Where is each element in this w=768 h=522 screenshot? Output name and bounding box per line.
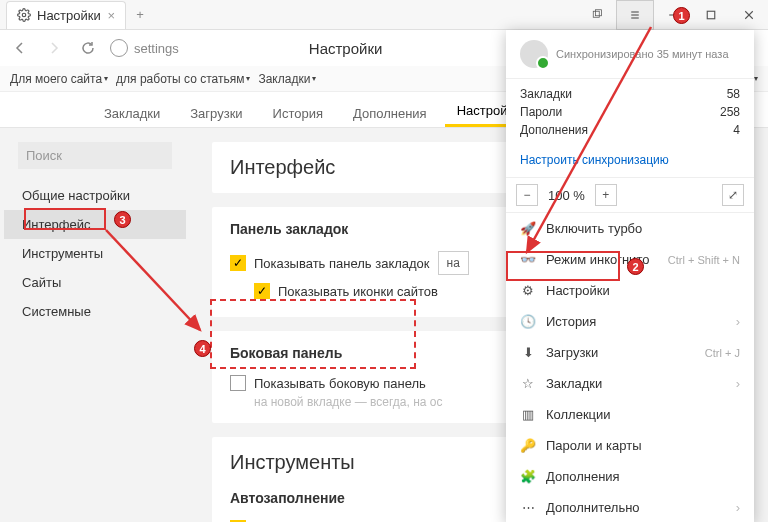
zoom-in-button[interactable]: + [595, 184, 617, 206]
menu-incognito[interactable]: 👓Режим инкогнитоCtrl + Shift + N [506, 244, 754, 275]
menu-turbo[interactable]: 🚀Включить турбо [506, 213, 754, 244]
tab-history[interactable]: История [261, 100, 335, 127]
gear-icon: ⚙ [520, 283, 536, 298]
menu-passwords[interactable]: 🔑Пароли и карты [506, 430, 754, 461]
tab-title: Настройки [37, 8, 101, 23]
chevron-right-icon: › [736, 500, 740, 515]
window-maximize-icon[interactable] [692, 0, 730, 30]
zoom-level: 100 % [542, 188, 591, 203]
key-icon: 🔑 [520, 438, 536, 453]
tab-bookmarks[interactable]: Закладки [92, 100, 172, 127]
sidebar-item-system[interactable]: Системные [4, 297, 186, 326]
download-icon: ⬇ [520, 345, 536, 360]
incognito-icon: 👓 [520, 252, 536, 267]
bookmarks-bar-mode-select[interactable]: на [438, 251, 469, 275]
configure-sync-link[interactable]: Настроить синхронизацию [506, 149, 754, 177]
forward-button[interactable] [42, 36, 66, 60]
sidebar-item-tools[interactable]: Инструменты [4, 239, 186, 268]
browser-menu-popup: Синхронизировано 35 минут наза Закладки5… [506, 30, 754, 522]
menu-downloads[interactable]: ⬇ЗагрузкиCtrl + J [506, 337, 754, 368]
svg-rect-7 [707, 11, 715, 19]
window-minimize-icon[interactable] [654, 0, 692, 30]
checkbox-icon [230, 375, 246, 391]
chevron-right-icon: › [736, 314, 740, 329]
tab-downloads[interactable]: Загрузки [178, 100, 254, 127]
close-tab-icon[interactable]: × [107, 8, 115, 23]
menu-history[interactable]: 🕓История› [506, 306, 754, 337]
dots-icon: ⋯ [520, 500, 536, 515]
zoom-out-button[interactable]: − [516, 184, 538, 206]
url-text: settings [134, 41, 179, 56]
fullscreen-button[interactable]: ⤢ [722, 184, 744, 206]
gear-icon [17, 8, 31, 22]
sidebar-item-interface[interactable]: Интерфейс [4, 210, 186, 239]
copy-window-icon[interactable] [578, 0, 616, 30]
sync-stats: Закладки58 Пароли258 Дополнения4 [506, 79, 754, 149]
menu-more[interactable]: ⋯Дополнительно› [506, 492, 754, 522]
menu-button[interactable] [616, 0, 654, 30]
site-icon [110, 39, 128, 57]
bookmark-folder[interactable]: для работы со статьям▾ [116, 72, 250, 86]
settings-sidebar: Поиск Общие настройки Интерфейс Инструме… [0, 128, 190, 522]
bookmark-folder[interactable]: Закладки▾ [258, 72, 316, 86]
user-avatar [520, 40, 548, 68]
sidebar-item-general[interactable]: Общие настройки [4, 181, 186, 210]
back-button[interactable] [8, 36, 32, 60]
rocket-icon: 🚀 [520, 221, 536, 236]
chevron-right-icon: › [736, 376, 740, 391]
browser-tab[interactable]: Настройки × [6, 1, 126, 29]
sidebar-item-sites[interactable]: Сайты [4, 268, 186, 297]
tab-addons[interactable]: Дополнения [341, 100, 439, 127]
svg-rect-2 [596, 9, 602, 15]
menu-addons[interactable]: 🧩Дополнения [506, 461, 754, 492]
menu-bookmarks[interactable]: ☆Закладки› [506, 368, 754, 399]
page-title: Настройки [309, 40, 383, 57]
sync-status: Синхронизировано 35 минут наза [556, 48, 729, 60]
menu-header[interactable]: Синхронизировано 35 минут наза [506, 30, 754, 79]
settings-search[interactable]: Поиск [18, 142, 172, 169]
reload-button[interactable] [76, 36, 100, 60]
new-tab-button[interactable]: + [126, 7, 154, 22]
star-icon: ☆ [520, 376, 536, 391]
puzzle-icon: 🧩 [520, 469, 536, 484]
url-box[interactable]: settings [110, 39, 179, 57]
window-close-icon[interactable] [730, 0, 768, 30]
bookmark-folder[interactable]: Для моего сайта▾ [10, 72, 108, 86]
menu-settings[interactable]: ⚙Настройки [506, 275, 754, 306]
checkbox-icon: ✓ [254, 283, 270, 299]
svg-point-0 [22, 13, 26, 17]
menu-collections[interactable]: ▥Коллекции [506, 399, 754, 430]
checkbox-icon: ✓ [230, 255, 246, 271]
zoom-controls: − 100 % + ⤢ [506, 177, 754, 213]
svg-rect-1 [593, 11, 599, 17]
collections-icon: ▥ [520, 407, 536, 422]
clock-icon: 🕓 [520, 314, 536, 329]
window-titlebar: Настройки × + [0, 0, 768, 30]
